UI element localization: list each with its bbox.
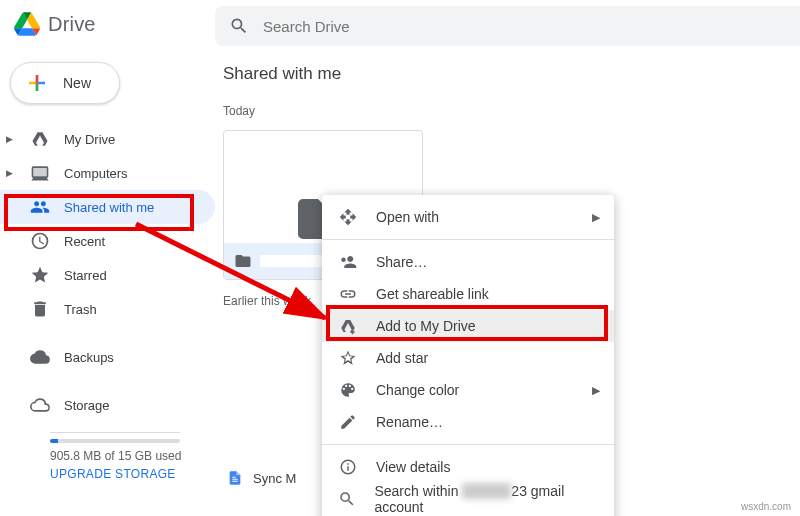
search-icon <box>229 16 249 36</box>
clock-icon <box>28 231 52 251</box>
star-outline-icon <box>338 349 358 367</box>
share-icon <box>338 253 358 271</box>
ctx-label: Get shareable link <box>376 286 489 302</box>
star-icon <box>28 265 52 285</box>
info-icon <box>338 458 358 476</box>
file-name: Sync M <box>253 471 296 486</box>
sidebar-item-label: My Drive <box>64 132 115 147</box>
caret-icon: ▶ <box>6 168 16 178</box>
sidebar-item-label: Recent <box>64 234 105 249</box>
ctx-open-with[interactable]: Open with ▶ <box>322 201 614 233</box>
people-icon <box>28 197 52 217</box>
sidebar-item-storage[interactable]: Storage <box>0 388 215 422</box>
docs-icon <box>227 468 243 488</box>
sidebar-item-label: Shared with me <box>64 200 154 215</box>
ctx-get-link[interactable]: Get shareable link <box>322 278 614 310</box>
drive-logo-icon <box>14 12 40 36</box>
sidebar-item-recent[interactable]: Recent <box>0 224 215 258</box>
storage-text: 905.8 MB of 15 GB used <box>50 449 215 463</box>
upgrade-storage-link[interactable]: UPGRADE STORAGE <box>50 467 176 481</box>
sidebar-item-trash[interactable]: Trash <box>0 292 215 326</box>
add-to-drive-icon <box>338 317 358 335</box>
ctx-add-star[interactable]: Add star <box>322 342 614 374</box>
palette-icon <box>338 381 358 399</box>
ctx-label: Add star <box>376 350 428 366</box>
rename-icon <box>338 413 358 431</box>
searchbar[interactable] <box>215 6 800 46</box>
search-input[interactable] <box>263 18 786 35</box>
app-title: Drive <box>48 13 96 36</box>
new-button-label: New <box>63 75 91 91</box>
ctx-add-to-drive[interactable]: Add to My Drive <box>322 310 614 342</box>
page-title: Shared with me <box>223 64 800 84</box>
shared-folder-icon <box>234 252 252 270</box>
nav: ▶ My Drive ▶ Computers ▶ Shared with me … <box>0 122 215 481</box>
section-today: Today <box>223 104 800 118</box>
cloud-filled-icon <box>28 347 52 367</box>
search-icon <box>338 490 356 508</box>
sidebar: New ▶ My Drive ▶ Computers ▶ Shared with… <box>0 48 215 516</box>
cloud-outline-icon <box>28 395 52 415</box>
topbar: Drive <box>0 0 800 48</box>
ctx-label: Open with <box>376 209 439 225</box>
open-with-icon <box>338 208 358 226</box>
trash-icon <box>28 299 52 319</box>
sidebar-item-my-drive[interactable]: ▶ My Drive <box>0 122 215 156</box>
chevron-right-icon: ▶ <box>592 211 600 224</box>
ctx-label: Search within xxxxxxx23 gmail account <box>374 483 598 515</box>
logo-area[interactable]: Drive <box>0 12 215 36</box>
ctx-label: Share… <box>376 254 427 270</box>
ctx-share[interactable]: Share… <box>322 246 614 278</box>
ctx-label: Change color <box>376 382 459 398</box>
ctx-rename[interactable]: Rename… <box>322 406 614 438</box>
sidebar-item-label: Storage <box>64 398 110 413</box>
sidebar-item-label: Computers <box>64 166 128 181</box>
sidebar-item-label: Backups <box>64 350 114 365</box>
ctx-view-details[interactable]: View details <box>322 451 614 483</box>
sidebar-item-starred[interactable]: Starred <box>0 258 215 292</box>
sidebar-item-computers[interactable]: ▶ Computers <box>0 156 215 190</box>
storage-bar <box>50 439 180 443</box>
ctx-label: View details <box>376 459 450 475</box>
chevron-right-icon: ▶ <box>592 384 600 397</box>
drive-icon <box>28 129 52 149</box>
computer-icon <box>28 163 52 183</box>
context-menu: Open with ▶ Share… Get shareable link Ad… <box>322 195 614 516</box>
ctx-change-color[interactable]: Change color ▶ <box>322 374 614 406</box>
new-button[interactable]: New <box>10 62 120 104</box>
ctx-label: Add to My Drive <box>376 318 476 334</box>
link-icon <box>338 285 358 303</box>
ctx-search-within[interactable]: Search within xxxxxxx23 gmail account <box>322 483 614 515</box>
sidebar-item-label: Trash <box>64 302 97 317</box>
caret-icon: ▶ <box>6 134 16 144</box>
sidebar-item-backups[interactable]: Backups <box>0 340 215 374</box>
sidebar-item-shared-with-me[interactable]: ▶ Shared with me <box>0 190 215 224</box>
sidebar-item-label: Starred <box>64 268 107 283</box>
watermark: wsxdn.com <box>738 500 794 513</box>
plus-icon <box>25 71 49 95</box>
storage-block: 905.8 MB of 15 GB used UPGRADE STORAGE <box>0 422 215 481</box>
ctx-label: Rename… <box>376 414 443 430</box>
